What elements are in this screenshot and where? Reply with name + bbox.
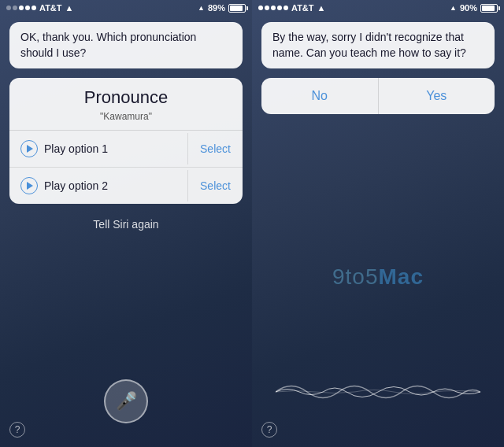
rdot-4 [277,6,282,10]
select-button-1[interactable]: Select [187,133,243,164]
battery-fill-left [230,6,243,11]
status-bar-right: AT&T ▲ ▲ 90% [252,0,504,16]
carrier-right: AT&T [291,3,314,13]
watermark: 9to5Mac [332,264,424,290]
right-panel: AT&T ▲ ▲ 90% By the way, sorry I didn't … [252,0,504,447]
play-option-1-label: Play option 1 [44,142,108,155]
rdot-5 [284,6,288,10]
no-button[interactable]: No [261,78,379,114]
location-icon-right: ▲ [450,4,457,12]
no-yes-card: No Yes [261,78,495,114]
pronounce-subtitle: "Kawamura" [9,111,243,130]
carrier-left: AT&T [39,3,62,13]
help-button-left[interactable]: ? [9,422,25,438]
siri-wave [252,368,504,416]
rdot-3 [271,6,276,10]
battery-pct-left: 89% [208,3,225,13]
wifi-icon-left: ▲ [65,3,74,13]
siri-response-right: By the way, sorry I didn't recognize tha… [261,22,495,68]
location-icon-left: ▲ [198,4,205,12]
left-status-left: AT&T ▲ [6,3,73,13]
battery-icon-right [480,4,498,13]
battery-pct-right: 90% [460,3,477,13]
watermark-mac: Mac [379,264,424,289]
dot-1 [6,6,11,10]
status-bar-left: AT&T ▲ ▲ 89% [0,0,252,16]
play-option-2-button[interactable]: Play option 2 [9,168,187,204]
play-option-row-1: Play option 1 Select [9,131,243,168]
dot-5 [32,6,36,10]
left-panel: AT&T ▲ ▲ 89% OK, thank you. Which pronun… [0,0,252,447]
signal-dots-left [6,6,36,10]
siri-text-right: By the way, sorry I didn't recognize tha… [272,31,466,59]
dot-2 [13,6,17,10]
pronounce-card: Pronounce "Kawamura" Play option 1 Selec… [9,78,243,204]
select-button-2[interactable]: Select [187,170,243,201]
left-status-right: ▲ 89% [198,3,246,13]
right-status-right: ▲ 90% [450,3,498,13]
play-circle-1 [20,140,38,157]
wifi-icon-right: ▲ [317,3,326,13]
play-option-2-label: Play option 2 [44,179,108,192]
siri-text-left: OK, thank you. Which pronunciation shoul… [20,31,196,59]
dot-3 [19,6,24,10]
help-button-right[interactable]: ? [261,422,277,438]
wave-svg [276,372,480,412]
play-option-1-button[interactable]: Play option 1 [9,131,187,167]
signal-dots-right [258,6,288,10]
play-option-row-2: Play option 2 Select [9,168,243,204]
battery-icon-left [228,4,246,13]
tell-again-button[interactable]: Tell Siri again [0,207,252,242]
yes-button[interactable]: Yes [379,78,495,114]
rdot-1 [258,6,263,10]
siri-response-left: OK, thank you. Which pronunciation shoul… [9,22,243,68]
play-triangle-1 [27,145,33,153]
battery-fill-right [482,6,495,11]
dot-4 [25,6,30,10]
rdot-2 [265,6,269,10]
pronounce-title: Pronounce [9,78,243,111]
mic-icon: 🎤 [116,391,137,412]
mic-button[interactable]: 🎤 [104,379,148,423]
mic-area: 🎤 [104,379,148,423]
play-circle-2 [20,177,38,194]
right-status-left: AT&T ▲ [258,3,325,13]
play-triangle-2 [27,182,33,190]
